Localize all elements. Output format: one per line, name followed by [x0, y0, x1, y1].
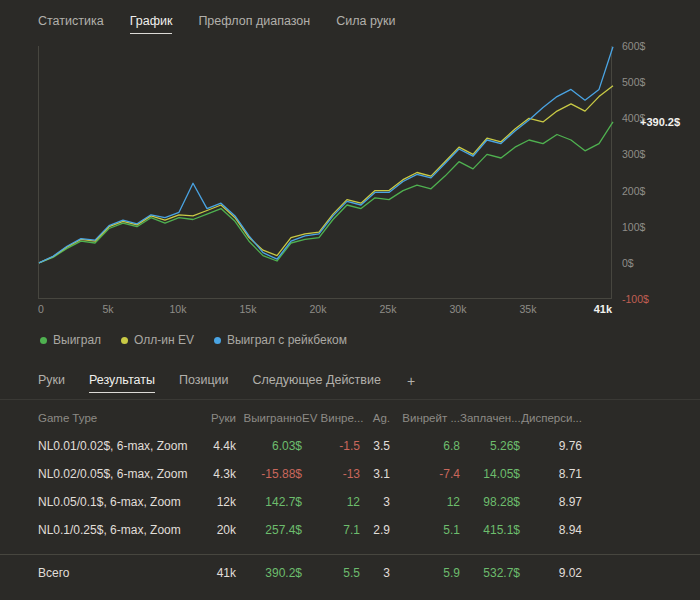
current-profit-label: +390.2$: [640, 116, 680, 128]
table-cell: -15.88$: [236, 467, 302, 481]
table-cell: -7.4: [390, 467, 460, 481]
table-cell: -1.5: [302, 439, 360, 453]
legend-dot-icon: [40, 337, 47, 344]
x-axis-label: 41k: [594, 303, 612, 315]
table-cell: 9.76: [520, 439, 582, 453]
x-axis-label: 30k: [450, 303, 467, 315]
table-cell: 41k: [188, 566, 236, 580]
table-cell: NL0.05/0.1$, 6-max, Zoom: [38, 495, 188, 509]
profit-chart[interactable]: [39, 46, 613, 299]
table-total-row: Всего41k390.2$5.535.9532.7$9.02: [0, 555, 700, 591]
table-cell: 3: [360, 566, 390, 580]
table-cell: 12: [302, 495, 360, 509]
legend-dot-icon: [214, 337, 221, 344]
tab-item[interactable]: Следующее Действие: [253, 373, 381, 393]
legend-item[interactable]: Выиграл: [40, 333, 101, 347]
table-cell: 20k: [188, 523, 236, 537]
x-axis-label: 20k: [310, 303, 327, 315]
tab-item[interactable]: Результаты: [89, 373, 155, 393]
legend-dot-icon: [121, 337, 128, 344]
table-cell: 5.9: [390, 566, 460, 580]
legend-label: Выиграл: [53, 333, 101, 347]
table-cell: 5.1: [390, 523, 460, 537]
chart-legend: ВыигралОлл-ин EVВыиграл с рейкбеком: [40, 333, 700, 347]
legend-label: Олл-ин EV: [134, 333, 194, 347]
x-axis-label: 35k: [520, 303, 537, 315]
table-cell: 3.1: [360, 467, 390, 481]
table-cell: 7.1: [302, 523, 360, 537]
legend-item[interactable]: Выиграл с рейкбеком: [214, 333, 347, 347]
table-row[interactable]: NL0.05/0.1$, 6-max, Zoom12k142.7$1231298…: [0, 488, 700, 516]
y-axis-label: 600$: [622, 40, 645, 52]
nav-item[interactable]: График: [130, 14, 173, 34]
column-header[interactable]: Дисперси...: [520, 412, 582, 424]
y-axis-label: 300$: [622, 148, 645, 160]
app-window: СтатистикаГрафикПрефлоп диапазонСила рук…: [0, 0, 700, 600]
table-cell: 8.94: [520, 523, 582, 537]
table-row[interactable]: NL0.02/0.05$, 6-max, Zoom4.3k-15.88$-133…: [0, 460, 700, 488]
column-header[interactable]: Заплачен...: [460, 412, 520, 424]
column-header[interactable]: Выигранно: [236, 412, 302, 424]
chart-plot[interactable]: [38, 46, 612, 299]
table-cell: 3.5: [360, 439, 390, 453]
tab-item[interactable]: Руки: [38, 373, 65, 393]
table-cell: 5.26$: [460, 439, 520, 453]
table-cell: 532.7$: [460, 566, 520, 580]
table-cell: 142.7$: [236, 495, 302, 509]
y-axis-label: 200$: [622, 185, 645, 197]
x-axis-label: 25k: [380, 303, 397, 315]
table-cell: 6.03$: [236, 439, 302, 453]
table-header: Game TypeРукиВыигранноEV Винре...Ag.Винр…: [0, 400, 700, 432]
nav-item[interactable]: Сила руки: [336, 14, 395, 34]
table-cell: 8.71: [520, 467, 582, 481]
table-cell: NL0.02/0.05$, 6-max, Zoom: [38, 467, 188, 481]
table-cell: 257.4$: [236, 523, 302, 537]
table-row[interactable]: NL0.01/0.02$, 6-max, Zoom4.4k6.03$-1.53.…: [0, 432, 700, 460]
table-cell: 6.8: [390, 439, 460, 453]
x-axis-label: 0: [38, 303, 44, 315]
legend-item[interactable]: Олл-ин EV: [121, 333, 194, 347]
table-cell: 14.05$: [460, 467, 520, 481]
column-header[interactable]: Руки: [188, 412, 236, 424]
table-cell: 12k: [188, 495, 236, 509]
column-header[interactable]: EV Винре...: [302, 412, 360, 424]
x-axis-label: 15k: [240, 303, 257, 315]
legend-label: Выиграл с рейкбеком: [227, 333, 347, 347]
add-tab-button[interactable]: +: [405, 373, 417, 389]
results-tabs: РукиРезультатыПозицииСледующее Действие …: [0, 347, 700, 399]
table-cell: NL0.1/0.25$, 6-max, Zoom: [38, 523, 188, 537]
table-cell: 390.2$: [236, 566, 302, 580]
table-cell: 2.9: [360, 523, 390, 537]
table-cell: 12: [390, 495, 460, 509]
y-axis: 600$500$400$300$200$100$0$-100$: [616, 46, 676, 299]
nav-item[interactable]: Статистика: [38, 14, 104, 34]
tab-item[interactable]: Позиции: [179, 373, 229, 393]
table-cell: 415.1$: [460, 523, 520, 537]
y-axis-label: 500$: [622, 76, 645, 88]
table-cell: NL0.01/0.02$, 6-max, Zoom: [38, 439, 188, 453]
table-cell: 98.28$: [460, 495, 520, 509]
table-cell: 4.3k: [188, 467, 236, 481]
y-axis-label: 100$: [622, 221, 645, 233]
column-header[interactable]: Винрейт ...: [390, 412, 460, 424]
table-cell: 3: [360, 495, 390, 509]
x-axis-label: 5k: [102, 303, 113, 315]
table-body: NL0.01/0.02$, 6-max, Zoom4.4k6.03$-1.53.…: [0, 432, 700, 544]
y-axis-label: -100$: [622, 293, 649, 305]
table-cell: 8.97: [520, 495, 582, 509]
tabs-items: РукиРезультатыПозицииСледующее Действие: [38, 373, 381, 393]
column-header[interactable]: Ag.: [360, 412, 390, 424]
top-nav: СтатистикаГрафикПрефлоп диапазонСила рук…: [0, 0, 700, 34]
table-cell: 9.02: [520, 566, 582, 580]
table-cell: 4.4k: [188, 439, 236, 453]
nav-item[interactable]: Префлоп диапазон: [198, 14, 310, 34]
x-axis-label: 10k: [170, 303, 187, 315]
table-row[interactable]: NL0.1/0.25$, 6-max, Zoom20k257.4$7.12.95…: [0, 516, 700, 544]
table-cell: 5.5: [302, 566, 360, 580]
column-header[interactable]: Game Type: [38, 412, 188, 424]
x-axis: 05k10k15k20k25k30k35k41k: [38, 303, 612, 319]
table-cell: -13: [302, 467, 360, 481]
table-cell: Всего: [38, 566, 188, 580]
y-axis-label: 0$: [622, 257, 634, 269]
chart-area: 600$500$400$300$200$100$0$-100$ +390.2$: [38, 46, 698, 299]
